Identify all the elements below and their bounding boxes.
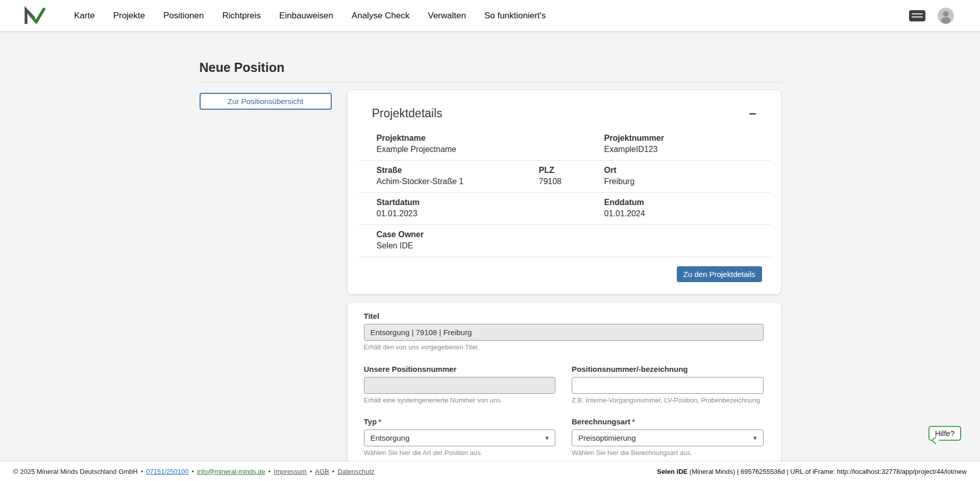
footer-datenschutz-link[interactable]: Datenschutz <box>337 468 374 475</box>
case-owner-label: Case Owner <box>377 230 771 239</box>
footer-separator: • <box>268 468 271 475</box>
nav-item-so-funktionierts[interactable]: So funktioniert's <box>484 11 546 21</box>
chevron-down-icon: ▾ <box>545 434 549 442</box>
berechnungsart-field: Berechnungsart* Preisoptimierung ▾ Wähle… <box>572 417 764 457</box>
unsere-positionsnummer-label: Unsere Positionsnummer <box>364 365 556 373</box>
footer-left: © 2025 Mineral Minds Deutschland GmbH • … <box>13 468 375 475</box>
positionsnummer-label-text: Positionsnummer/-bezeichnung <box>572 365 688 373</box>
nav-item-richtpreis[interactable]: Richtpreis <box>222 11 261 21</box>
project-row-address: Straße Achim-Stocker-Straße 1 PLZ 79108 … <box>358 161 771 193</box>
help-button[interactable]: Hilfe? <box>928 426 961 441</box>
positionsnummer-input[interactable] <box>572 377 764 394</box>
unsere-positionsnummer-hint: Erhält eine systemgenerierte Nummer von … <box>364 396 556 404</box>
project-row-name-number: Projektname Example Projectname Projektn… <box>358 129 771 161</box>
required-asterisk: * <box>632 417 635 426</box>
nav-item-positionen[interactable]: Positionen <box>163 11 204 21</box>
collapse-card-button[interactable]: − <box>746 108 759 120</box>
startdatum-label: Startdatum <box>377 198 604 207</box>
unsere-positionsnummer-input <box>364 377 556 394</box>
footer-session-details: (Mineral Minds) | 69576255536d | URL of … <box>688 468 967 475</box>
nav-item-analyse-check[interactable]: Analyse Check <box>352 11 409 21</box>
typ-label: Typ* <box>364 417 556 426</box>
nav-item-karte[interactable]: Karte <box>74 11 95 21</box>
back-to-positions-button[interactable]: Zur Positionsübersicht <box>200 93 332 110</box>
plz-value: 79108 <box>539 177 604 186</box>
titel-input <box>364 324 764 341</box>
app-logo[interactable] <box>23 6 46 26</box>
enddatum-label: Enddatum <box>604 198 771 207</box>
projektnummer-value: ExampleID123 <box>604 145 771 154</box>
positionsnummer-field: Positionsnummer/-bezeichnung Z.B. Intern… <box>572 365 764 404</box>
footer: © 2025 Mineral Minds Deutschland GmbH • … <box>0 462 980 481</box>
footer-impressum-link[interactable]: Impressum <box>274 468 306 475</box>
footer-copyright: © 2025 Mineral Minds Deutschland GmbH <box>13 468 138 475</box>
ort-label: Ort <box>604 166 771 175</box>
titel-label-text: Titel <box>364 312 380 320</box>
project-card-title: Projektdetails <box>372 107 443 120</box>
positionsnummer-hint: Z.B. Interne-Vorgangsnummer, LV-Position… <box>572 396 764 404</box>
server-icon[interactable] <box>909 9 926 22</box>
footer-separator: • <box>310 468 312 475</box>
strasse-label: Straße <box>377 166 539 175</box>
typ-label-text: Typ <box>364 417 377 426</box>
footer-agb-link[interactable]: AGB <box>315 468 329 475</box>
berechnungsart-select[interactable]: Preisoptimierung ▾ <box>572 429 764 446</box>
ort-value: Freiburg <box>604 177 771 186</box>
berechnungsart-label-text: Berechnungsart <box>572 417 630 426</box>
position-form-card: Titel Erhält den von uns vorgegebenen Ti… <box>348 302 781 481</box>
unsere-positionsnummer-field: Unsere Positionsnummer Erhält eine syste… <box>364 365 556 404</box>
enddatum-value: 01.01.2024 <box>604 209 771 218</box>
nav-item-einbauweisen[interactable]: Einbauweisen <box>279 11 333 21</box>
footer-session-info: Selen IDE (Mineral Minds) | 69576255536d… <box>657 468 967 475</box>
project-row-case-owner: Case Owner Selen IDE <box>358 225 771 257</box>
nav-item-verwalten[interactable]: Verwalten <box>428 11 466 21</box>
typ-select-value: Entsorgung <box>371 434 410 442</box>
project-details-button[interactable]: Zu den Projektdetails <box>677 266 762 282</box>
berechnungsart-label: Berechnungsart* <box>572 417 764 426</box>
typ-hint: Wählen Sie hier die Art der Position aus… <box>364 449 556 457</box>
main-nav: Karte Projekte Positionen Richtpreis Ein… <box>74 11 546 21</box>
footer-separator: • <box>141 468 143 475</box>
footer-separator: • <box>191 468 194 475</box>
footer-email-link[interactable]: info@mineral-minds.de <box>197 468 265 475</box>
user-avatar[interactable] <box>937 7 954 24</box>
top-navbar: Karte Projekte Positionen Richtpreis Ein… <box>0 0 980 31</box>
project-row-dates: Startdatum 01.01.2023 Enddatum 01.01.202… <box>358 193 771 225</box>
project-details-card: Projektdetails − Projektname Example Pro… <box>348 90 781 294</box>
nav-item-projekte[interactable]: Projekte <box>113 11 145 21</box>
positionsnummer-label: Positionsnummer/-bezeichnung <box>572 365 764 373</box>
title-divider <box>200 82 781 83</box>
titel-label: Titel <box>364 312 764 320</box>
page-title: Neue Position <box>200 60 781 75</box>
plz-label: PLZ <box>539 166 604 175</box>
logo-icon <box>23 6 46 26</box>
footer-separator: • <box>332 468 335 475</box>
case-owner-value: Selen IDE <box>377 241 771 250</box>
typ-field: Typ* Entsorgung ▾ Wählen Sie hier die Ar… <box>364 417 556 457</box>
strasse-value: Achim-Stocker-Straße 1 <box>377 177 539 186</box>
berechnungsart-hint: Wählen Sie hier die Berechnungsart aus. <box>572 449 764 457</box>
startdatum-value: 01.01.2023 <box>377 209 604 218</box>
titel-hint: Erhält den von uns vorgegebenen Titel. <box>364 343 764 351</box>
berechnungsart-select-value: Preisoptimierung <box>578 434 636 442</box>
footer-phone-link[interactable]: 07151/250100 <box>146 468 188 475</box>
typ-select[interactable]: Entsorgung ▾ <box>364 429 556 446</box>
footer-user-name: Selen IDE <box>657 468 688 475</box>
chevron-down-icon: ▾ <box>753 434 757 442</box>
projektname-label: Projektname <box>377 134 604 143</box>
unsere-positionsnummer-label-text: Unsere Positionsnummer <box>364 365 457 373</box>
required-asterisk: * <box>378 417 381 426</box>
projektname-value: Example Projectname <box>377 145 604 154</box>
projektnummer-label: Projektnummer <box>604 134 771 143</box>
